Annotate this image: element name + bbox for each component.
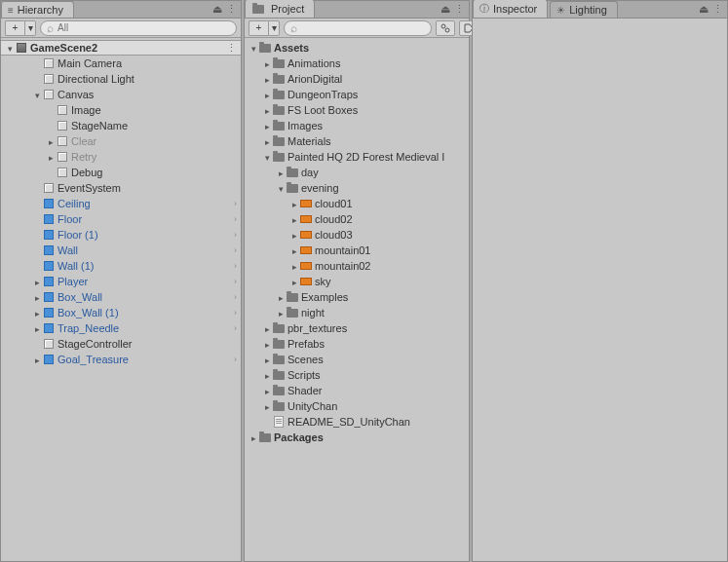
- foldout-icon[interactable]: [276, 167, 286, 178]
- lock-icon[interactable]: ⏏: [211, 3, 223, 16]
- foldout-icon[interactable]: [262, 57, 272, 69]
- foldout-icon[interactable]: [262, 400, 272, 412]
- hierarchy-item[interactable]: Retry: [1, 149, 241, 165]
- hierarchy-item[interactable]: Directional Light: [1, 71, 241, 87]
- create-dropdown[interactable]: +▾: [5, 20, 36, 36]
- project-item[interactable]: Painted HQ 2D Forest Medieval I: [245, 149, 469, 165]
- foldout-icon[interactable]: [262, 151, 272, 163]
- foldout-icon[interactable]: [262, 73, 272, 85]
- project-item[interactable]: README_SD_UnityChan: [245, 414, 469, 430]
- foldout-icon[interactable]: [289, 260, 299, 272]
- foldout-icon[interactable]: [262, 135, 272, 147]
- project-item[interactable]: Materials: [245, 133, 469, 149]
- hierarchy-item[interactable]: StageController: [1, 336, 241, 352]
- foldout-icon[interactable]: [262, 104, 272, 116]
- foldout-icon[interactable]: [32, 276, 42, 287]
- foldout-icon[interactable]: [262, 338, 272, 350]
- hierarchy-search-input[interactable]: [57, 22, 230, 33]
- foldout-icon[interactable]: [276, 291, 286, 303]
- foldout-icon[interactable]: [32, 291, 42, 303]
- scene-row[interactable]: GameScene2 ⋮: [1, 40, 241, 56]
- menu-icon[interactable]: ⋮: [711, 3, 723, 16]
- hierarchy-item[interactable]: Floor (1)›: [1, 227, 241, 243]
- project-tree[interactable]: Assets Animations ArionDigital DungeonTr…: [245, 38, 469, 561]
- foldout-icon[interactable]: [289, 198, 299, 209]
- project-item[interactable]: Scripts: [245, 367, 469, 383]
- foldout-icon[interactable]: [262, 120, 272, 131]
- project-item[interactable]: Assets: [245, 40, 469, 56]
- project-item[interactable]: evening: [245, 180, 469, 196]
- project-item[interactable]: night: [245, 305, 469, 320]
- open-prefab-icon[interactable]: ›: [234, 214, 237, 224]
- foldout-icon[interactable]: [289, 213, 299, 225]
- filter-by-type-button[interactable]: [436, 20, 455, 36]
- open-prefab-icon[interactable]: ›: [234, 308, 237, 318]
- hierarchy-item[interactable]: StageName: [1, 118, 241, 133]
- project-item[interactable]: pbr_textures: [245, 320, 469, 336]
- project-item[interactable]: FS Loot Boxes: [245, 102, 469, 118]
- open-prefab-icon[interactable]: ›: [234, 230, 237, 240]
- lighting-tab[interactable]: ☀ Lighting: [550, 1, 618, 18]
- foldout-icon[interactable]: [32, 322, 42, 334]
- project-item[interactable]: mountain02: [245, 258, 469, 274]
- hierarchy-tab[interactable]: ≡ Hierarchy: [1, 1, 74, 18]
- project-item[interactable]: ArionDigital: [245, 71, 469, 87]
- project-item[interactable]: cloud01: [245, 196, 469, 211]
- create-asset-dropdown[interactable]: +▾: [249, 20, 280, 36]
- lock-icon[interactable]: ⏏: [698, 3, 709, 16]
- hierarchy-item[interactable]: Clear: [1, 133, 241, 149]
- project-item[interactable]: Animations: [245, 56, 469, 71]
- project-item[interactable]: Scenes: [245, 352, 469, 367]
- hierarchy-item[interactable]: Wall›: [1, 243, 241, 258]
- hierarchy-tree[interactable]: GameScene2 ⋮ Main Camera Directional Lig…: [1, 38, 241, 561]
- project-item[interactable]: Images: [245, 118, 469, 133]
- hierarchy-item[interactable]: Main Camera: [1, 56, 241, 71]
- foldout-icon[interactable]: [289, 276, 299, 287]
- open-prefab-icon[interactable]: ›: [234, 323, 237, 333]
- open-prefab-icon[interactable]: ›: [234, 292, 237, 302]
- project-item[interactable]: sky: [245, 274, 469, 289]
- project-item[interactable]: mountain01: [245, 243, 469, 258]
- foldout-icon[interactable]: [32, 89, 42, 100]
- open-prefab-icon[interactable]: ›: [234, 261, 237, 271]
- foldout-icon[interactable]: [289, 244, 299, 256]
- open-prefab-icon[interactable]: ›: [234, 245, 237, 255]
- foldout-icon[interactable]: [5, 42, 15, 54]
- foldout-icon[interactable]: [276, 307, 286, 318]
- hierarchy-item[interactable]: Trap_Needle›: [1, 320, 241, 336]
- hierarchy-item[interactable]: Floor›: [1, 211, 241, 227]
- inspector-tab[interactable]: ⓘ Inspector: [473, 0, 548, 18]
- hierarchy-item[interactable]: Player›: [1, 274, 241, 289]
- foldout-icon[interactable]: [46, 151, 56, 163]
- menu-icon[interactable]: ⋮: [453, 3, 465, 16]
- open-prefab-icon[interactable]: ›: [234, 277, 237, 286]
- hierarchy-item[interactable]: Wall (1)›: [1, 258, 241, 274]
- hierarchy-item[interactable]: Goal_Treasure›: [1, 352, 241, 367]
- hierarchy-item[interactable]: EventSystem: [1, 180, 241, 196]
- foldout-icon[interactable]: [262, 369, 272, 381]
- project-search-input[interactable]: [301, 22, 425, 33]
- project-search[interactable]: [284, 20, 432, 36]
- hierarchy-item[interactable]: Box_Wall›: [1, 289, 241, 305]
- project-item[interactable]: Shader: [245, 383, 469, 398]
- project-item[interactable]: Examples: [245, 289, 469, 305]
- hierarchy-item[interactable]: Image: [1, 102, 241, 118]
- foldout-icon[interactable]: [46, 135, 56, 147]
- project-item[interactable]: UnityChan: [245, 398, 469, 414]
- hierarchy-item[interactable]: Box_Wall (1)›: [1, 305, 241, 320]
- open-prefab-icon[interactable]: ›: [234, 355, 237, 364]
- hierarchy-item[interactable]: Canvas: [1, 87, 241, 102]
- project-tab[interactable]: Project: [245, 0, 315, 18]
- project-item[interactable]: DungeonTraps: [245, 87, 469, 102]
- foldout-icon[interactable]: [289, 229, 299, 241]
- foldout-icon[interactable]: [262, 322, 272, 334]
- foldout-icon[interactable]: [32, 354, 42, 365]
- project-item[interactable]: cloud02: [245, 211, 469, 227]
- open-prefab-icon[interactable]: ›: [234, 199, 237, 208]
- scene-menu-icon[interactable]: ⋮: [226, 42, 237, 55]
- hierarchy-item[interactable]: Debug: [1, 165, 241, 180]
- lock-icon[interactable]: ⏏: [440, 3, 451, 16]
- foldout-icon[interactable]: [249, 431, 258, 443]
- project-item[interactable]: day: [245, 165, 469, 180]
- menu-icon[interactable]: ⋮: [225, 3, 237, 16]
